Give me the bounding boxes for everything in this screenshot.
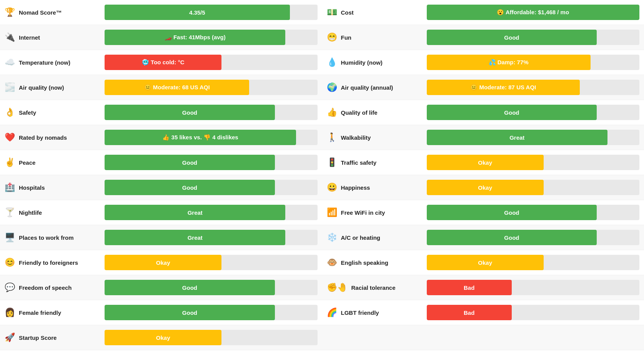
bar-wrap-right-row8: Good [427, 205, 640, 220]
bar-wrap-right-row6: Okay [427, 155, 640, 170]
bar-right-row3: 😐 Moderate: 87 US AQI [427, 80, 580, 95]
icon-right-row5: 🚶 [327, 132, 337, 142]
label-right-row3: 🌍Air quality (annual) [327, 82, 427, 92]
cell-row0-right: 💵Cost😮 Affordable: $1,468 / mo [322, 0, 644, 25]
cell-row8-left: 🍸NightlifeGreat [0, 200, 322, 225]
label-text-left-row4: Safety [19, 109, 36, 116]
cell-row3-right: 🌍Air quality (annual)😐 Moderate: 87 US A… [322, 75, 644, 100]
cell-row0-left: 🏆Nomad Score™4.35/5 [0, 0, 322, 25]
label-right-row2: 💧Humidity (now) [327, 57, 427, 67]
bar-wrap-left-row13: Okay [105, 330, 318, 345]
cell-row7-right: 😀HappinessOkay [322, 175, 644, 200]
label-text-left-row10: Friendly to foreigners [19, 259, 78, 266]
label-text-left-row1: Internet [19, 34, 40, 41]
label-left-row11: 💬Freedom of speech [5, 282, 105, 292]
bar-wrap-left-row12: Good [105, 305, 318, 320]
bar-right-row1: Good [427, 30, 597, 45]
bar-left-row6: Good [105, 155, 275, 170]
bar-col-left-row6: Good [105, 155, 318, 170]
icon-left-row5: ❤️ [5, 132, 15, 142]
bar-wrap-left-row10: Okay [105, 255, 318, 270]
scores-grid: 🏆Nomad Score™4.35/5💵Cost😮 Affordable: $1… [0, 0, 644, 350]
bar-right-row7: Okay [427, 180, 544, 195]
icon-left-row2: ☁️ [5, 57, 15, 67]
label-right-row11: ✊🤚Racial tolerance [327, 282, 427, 292]
bar-wrap-left-row11: Good [105, 280, 318, 295]
label-right-row8: 📶Free WiFi in city [327, 207, 427, 217]
cell-row10-left: 😊Friendly to foreignersOkay [0, 250, 322, 275]
bar-left-row9: Great [105, 230, 285, 245]
cell-row6-left: ✌️PeaceGood [0, 150, 322, 175]
bar-left-row10: Okay [105, 255, 221, 270]
icon-left-row7: 🏥 [5, 182, 15, 192]
cell-row2-left: ☁️Temperature (now)🥶 Too cold: °C [0, 50, 322, 75]
bar-left-row3: 😐 Moderate: 68 US AQI [105, 80, 249, 95]
bar-col-right-row0: 😮 Affordable: $1,468 / mo [427, 5, 640, 20]
bar-left-row4: Good [105, 105, 275, 120]
label-text-right-row12: LGBT friendly [341, 309, 379, 316]
cell-row11-right: ✊🤚Racial toleranceBad [322, 275, 644, 300]
icon-left-row9: 🖥️ [5, 232, 15, 242]
bar-wrap-left-row2: 🥶 Too cold: °C [105, 55, 318, 70]
bar-right-row6: Okay [427, 155, 544, 170]
label-text-left-row11: Freedom of speech [19, 284, 72, 291]
label-text-right-row7: Happiness [341, 184, 370, 191]
bar-col-right-row4: Good [427, 105, 640, 120]
label-left-row7: 🏥Hospitals [5, 182, 105, 192]
bar-col-left-row11: Good [105, 280, 318, 295]
cell-row8-right: 📶Free WiFi in cityGood [322, 200, 644, 225]
bar-left-row13: Okay [105, 330, 221, 345]
icon-left-row11: 💬 [5, 282, 15, 292]
label-left-row3: 🌫️Air quality (now) [5, 82, 105, 92]
icon-right-row9: ❄️ [327, 232, 337, 242]
label-text-left-row6: Peace [19, 159, 35, 166]
label-left-row0: 🏆Nomad Score™ [5, 7, 105, 17]
bar-wrap-left-row5: 👍 35 likes vs. 👎 4 dislikes [105, 130, 318, 145]
bar-col-left-row13: Okay [105, 330, 318, 345]
bar-wrap-left-row8: Great [105, 205, 318, 220]
bar-wrap-right-row12: Bad [427, 305, 640, 320]
label-right-row5: 🚶Walkability [327, 132, 427, 142]
label-text-right-row1: Fun [341, 34, 352, 41]
icon-right-row6: 🚦 [327, 157, 337, 167]
bar-col-left-row10: Okay [105, 255, 318, 270]
bar-left-row0: 4.35/5 [105, 5, 290, 20]
icon-right-row1: 😁 [327, 32, 337, 42]
icon-left-row0: 🏆 [5, 7, 15, 17]
label-right-row0: 💵Cost [327, 7, 427, 17]
bar-col-left-row8: Great [105, 205, 318, 220]
cell-row5-right: 🚶WalkabilityGreat [322, 125, 644, 150]
bar-right-row12: Bad [427, 305, 512, 320]
bar-col-right-row1: Good [427, 30, 640, 45]
label-right-row6: 🚦Traffic safety [327, 157, 427, 167]
bar-col-right-row12: Bad [427, 305, 640, 320]
label-text-right-row2: Humidity (now) [341, 59, 383, 66]
bar-left-row12: Good [105, 305, 275, 320]
label-text-right-row0: Cost [341, 9, 354, 16]
cell-row9-left: 🖥️Places to work fromGreat [0, 225, 322, 250]
bar-wrap-right-row11: Bad [427, 280, 640, 295]
bar-col-right-row8: Good [427, 205, 640, 220]
bar-left-row8: Great [105, 205, 285, 220]
cell-row11-left: 💬Freedom of speechGood [0, 275, 322, 300]
bar-left-row2: 🥶 Too cold: °C [105, 55, 221, 70]
bar-right-row9: Good [427, 230, 597, 245]
bar-col-right-row7: Okay [427, 180, 640, 195]
bar-wrap-left-row0: 4.35/5 [105, 5, 318, 20]
label-right-row4: 👍Quality of life [327, 107, 427, 117]
bar-wrap-right-row0: 😮 Affordable: $1,468 / mo [427, 5, 640, 20]
label-text-left-row7: Hospitals [19, 184, 45, 191]
bar-col-left-row7: Good [105, 180, 318, 195]
bar-left-row1: 🏎️ Fast: 41Mbps (avg) [105, 30, 285, 45]
bar-wrap-right-row3: 😐 Moderate: 87 US AQI [427, 80, 640, 95]
bar-col-left-row9: Great [105, 230, 318, 245]
bar-col-right-row5: Great [427, 130, 640, 145]
label-text-left-row13: Startup Score [19, 334, 57, 341]
label-text-left-row12: Female friendly [19, 309, 61, 316]
bar-wrap-right-row4: Good [427, 105, 640, 120]
bar-col-right-row11: Bad [427, 280, 640, 295]
bar-wrap-left-row1: 🏎️ Fast: 41Mbps (avg) [105, 30, 318, 45]
icon-right-row0: 💵 [327, 7, 337, 17]
bar-col-right-row6: Okay [427, 155, 640, 170]
icon-right-row11: ✊🤚 [327, 282, 348, 292]
